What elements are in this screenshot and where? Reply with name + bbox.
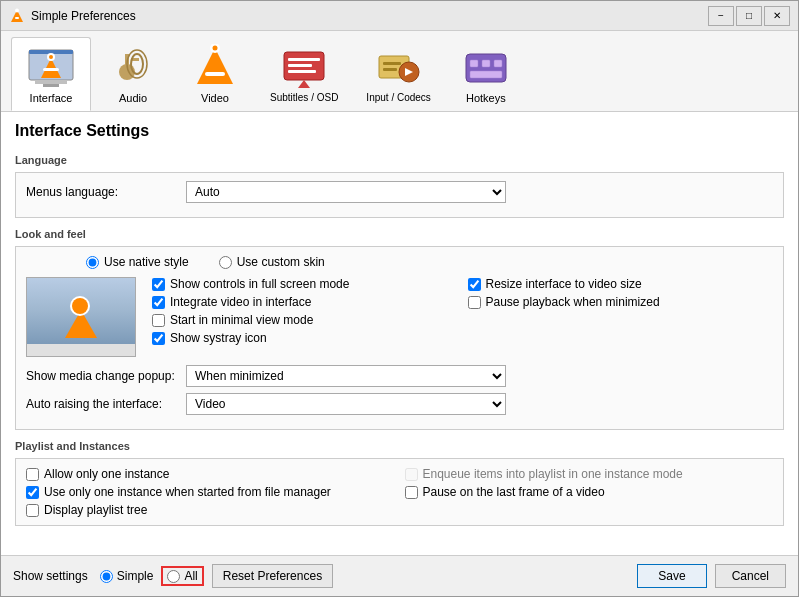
- systray-checkbox[interactable]: Show systray icon: [152, 331, 458, 345]
- reset-button[interactable]: Reset Preferences: [212, 564, 333, 588]
- preview-container: Show controls in full screen mode Resize…: [26, 277, 773, 357]
- nav-label-hotkeys: Hotkeys: [466, 92, 506, 104]
- media-popup-select[interactable]: Never When minimized Always: [186, 365, 506, 387]
- checkbox-grid: Show controls in full screen mode Resize…: [152, 277, 773, 345]
- title-bar: Simple Preferences − □ ✕: [1, 1, 798, 31]
- look-feel-label: Look and feel: [15, 228, 784, 240]
- display-playlist-checkbox[interactable]: Display playlist tree: [26, 503, 395, 517]
- svg-rect-28: [383, 62, 401, 65]
- show-controls-label: Show controls in full screen mode: [170, 277, 349, 291]
- show-settings-label: Show settings: [13, 569, 88, 583]
- svg-rect-29: [383, 68, 397, 71]
- nav-item-subtitles[interactable]: Subtitles / OSD: [257, 37, 351, 111]
- maximize-button[interactable]: □: [736, 6, 762, 26]
- nav-label-subtitles: Subtitles / OSD: [270, 92, 338, 103]
- pause-minimized-label: Pause playback when minimized: [486, 295, 660, 309]
- bottom-bar: Show settings Simple All Reset Preferenc…: [1, 555, 798, 596]
- empty-cell: [468, 313, 774, 327]
- subtitles-icon: [280, 44, 328, 92]
- simple-label: Simple: [117, 569, 154, 583]
- save-button[interactable]: Save: [637, 564, 706, 588]
- svg-rect-9: [35, 80, 67, 84]
- nav-item-interface[interactable]: Interface: [11, 37, 91, 111]
- svg-rect-23: [288, 70, 316, 73]
- svg-marker-16: [197, 48, 233, 84]
- page-title: Interface Settings: [1, 112, 798, 146]
- svg-point-14: [131, 54, 143, 74]
- cancel-button[interactable]: Cancel: [715, 564, 786, 588]
- all-radio[interactable]: [167, 570, 180, 583]
- enqueue-label: Enqueue items into playlist in one insta…: [423, 467, 683, 481]
- playlist-group: Allow only one instance Enqueue items in…: [15, 458, 784, 526]
- main-window: Simple Preferences − □ ✕ Interface: [0, 0, 799, 597]
- custom-skin-option[interactable]: Use custom skin: [219, 255, 325, 269]
- menus-language-select[interactable]: Auto English French German Spanish: [186, 181, 506, 203]
- minimal-view-checkbox[interactable]: Start in minimal view mode: [152, 313, 458, 327]
- look-feel-section: Look and feel Use native style Use custo…: [15, 228, 784, 430]
- close-button[interactable]: ✕: [764, 6, 790, 26]
- display-playlist-label: Display playlist tree: [44, 503, 147, 517]
- playlist-section-label: Playlist and Instances: [15, 440, 784, 452]
- language-section: Language Menus language: Auto English Fr…: [15, 154, 784, 218]
- svg-point-19: [213, 46, 218, 51]
- nav-item-audio[interactable]: Audio: [93, 37, 173, 111]
- nav-label-interface: Interface: [30, 92, 73, 104]
- nav-item-video[interactable]: Video: [175, 37, 255, 111]
- auto-raising-label: Auto raising the interface:: [26, 397, 186, 411]
- media-popup-label: Show media change popup:: [26, 369, 186, 383]
- integrate-video-checkbox[interactable]: Integrate video in interface: [152, 295, 458, 309]
- enqueue-checkbox[interactable]: Enqueue items into playlist in one insta…: [405, 467, 774, 481]
- resize-interface-checkbox[interactable]: Resize interface to video size: [468, 277, 774, 291]
- cone-head: [70, 296, 90, 316]
- menus-language-row: Menus language: Auto English French Germ…: [26, 181, 773, 203]
- style-radio-row: Use native style Use custom skin: [26, 255, 773, 269]
- pause-last-frame-checkbox[interactable]: Pause on the last frame of a video: [405, 485, 774, 499]
- svg-rect-32: [482, 60, 490, 67]
- checkboxes-area: Show controls in full screen mode Resize…: [152, 277, 773, 345]
- integrate-video-label: Integrate video in interface: [170, 295, 311, 309]
- preview-toolbar: [27, 344, 135, 356]
- pause-last-frame-label: Pause on the last frame of a video: [423, 485, 605, 499]
- minimize-button[interactable]: −: [708, 6, 734, 26]
- video-icon: [191, 44, 239, 92]
- svg-rect-31: [470, 60, 478, 67]
- show-controls-checkbox[interactable]: Show controls in full screen mode: [152, 277, 458, 291]
- svg-marker-24: [298, 80, 310, 88]
- all-label: All: [184, 569, 197, 583]
- one-instance-label: Allow only one instance: [44, 467, 169, 481]
- svg-point-2: [15, 8, 19, 12]
- nav-label-input: Input / Codecs: [366, 92, 430, 103]
- content-area: Interface Settings Language Menus langua…: [1, 112, 798, 555]
- native-style-label: Use native style: [104, 255, 189, 269]
- window-icon: [9, 8, 25, 24]
- scrollable-content[interactable]: Language Menus language: Auto English Fr…: [1, 146, 798, 555]
- svg-rect-22: [288, 64, 312, 67]
- window-controls: − □ ✕: [708, 6, 790, 26]
- svg-rect-6: [43, 68, 59, 71]
- simple-radio-option[interactable]: Simple: [100, 569, 154, 583]
- svg-rect-33: [494, 60, 502, 67]
- nav-label-video: Video: [201, 92, 229, 104]
- preview-thumbnail: [26, 277, 136, 357]
- menus-language-label: Menus language:: [26, 185, 186, 199]
- nav-item-hotkeys[interactable]: Hotkeys: [446, 37, 526, 111]
- svg-rect-17: [205, 72, 225, 76]
- native-style-radio[interactable]: [86, 256, 99, 269]
- native-style-option[interactable]: Use native style: [86, 255, 189, 269]
- nav-bar: Interface Audio Video: [1, 31, 798, 112]
- window-title: Simple Preferences: [31, 9, 708, 23]
- pause-minimized-checkbox[interactable]: Pause playback when minimized: [468, 295, 774, 309]
- svg-rect-21: [288, 58, 320, 61]
- svg-rect-1: [15, 17, 19, 19]
- one-instance-file-checkbox[interactable]: Use only one instance when started from …: [26, 485, 395, 499]
- one-instance-checkbox[interactable]: Allow only one instance: [26, 467, 395, 481]
- svg-rect-34: [470, 71, 502, 78]
- nav-item-input[interactable]: Input / Codecs: [353, 37, 443, 111]
- one-instance-file-label: Use only one instance when started from …: [44, 485, 331, 499]
- auto-raising-select[interactable]: Never Video Always: [186, 393, 506, 415]
- simple-radio[interactable]: [100, 570, 113, 583]
- look-feel-group: Use native style Use custom skin: [15, 246, 784, 430]
- minimal-view-label: Start in minimal view mode: [170, 313, 313, 327]
- custom-skin-radio[interactable]: [219, 256, 232, 269]
- all-radio-option[interactable]: All: [161, 566, 203, 586]
